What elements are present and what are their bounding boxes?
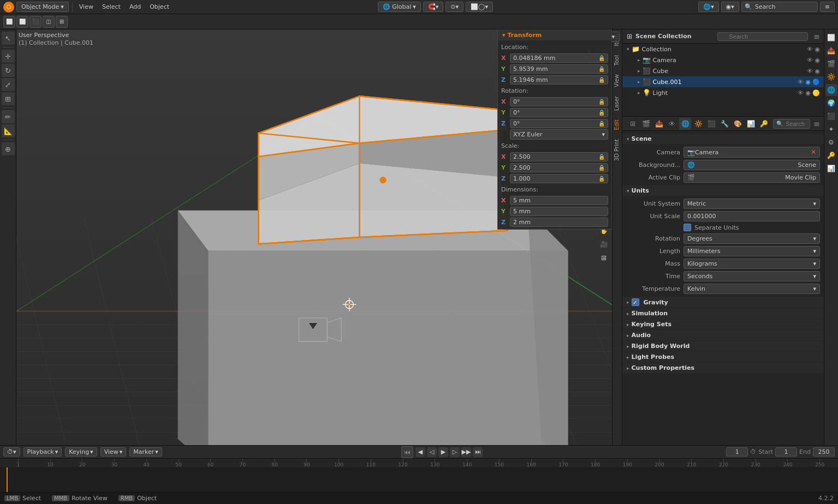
start-frame-field[interactable]: 1 (775, 447, 797, 457)
unit-scale-field[interactable]: 0.001000 (684, 211, 820, 221)
custom-props-section-header[interactable]: ▸ Custom Properties (622, 363, 824, 373)
menu-view[interactable]: View (76, 2, 97, 11)
proportional-btn[interactable]: ⊙▾ (445, 2, 463, 12)
scale-x-field[interactable]: 2.500 🔒 (510, 152, 608, 161)
loc-y-field[interactable]: 5.9539 mm 🔒 (510, 64, 608, 74)
sp-icon-world[interactable]: 🔆 (692, 118, 704, 130)
sp-icon-outliner[interactable]: ⊞ (627, 118, 639, 130)
filter-btn[interactable]: ≡ (820, 2, 835, 12)
sp-icon-scene[interactable]: 🌐 (679, 118, 691, 130)
tl-marker-btn[interactable]: Marker ▾ (129, 447, 162, 457)
tl-playback-btn[interactable]: Playback ▾ (23, 447, 62, 457)
tool-cursor[interactable]: ⊕ (2, 142, 15, 155)
sp-icon-object[interactable]: ⬛ (705, 118, 717, 130)
outliner-item-light[interactable]: ▸ 💡 Light 👁 ◉ 🟡 (622, 87, 824, 98)
restrict-icon-cube001[interactable]: ◉ (805, 79, 811, 86)
tl-end-btn[interactable]: ⏭ (473, 447, 483, 457)
fr-icon-object[interactable]: ⬛ (825, 110, 837, 122)
camera-clear-icon[interactable]: ✕ (811, 148, 816, 156)
tool-measure[interactable]: 📐 (2, 124, 15, 137)
icon-btn-2[interactable]: ⬜ (16, 16, 28, 28)
sp-icon-data[interactable]: 📊 (745, 118, 757, 130)
gravity-checkbox[interactable]: ✓ (632, 298, 639, 306)
scale-z-field[interactable]: 1.000 🔒 (510, 174, 608, 183)
outliner-filter-icon[interactable]: ≡ (813, 32, 820, 41)
tl-view-btn[interactable]: View ▾ (100, 447, 127, 457)
outliner-item-camera[interactable]: ▸ 📷 Camera 👁 ◉ (622, 55, 824, 65)
rot-y-field[interactable]: 0° 🔒 (510, 108, 608, 117)
sp-icon-render[interactable]: 🎬 (640, 118, 652, 130)
sp-icon-constraint[interactable]: 🔑 (758, 118, 770, 130)
outliner-item-cube001[interactable]: ▸ ⬛ Cube.001 👁 ◉ 🔵 (622, 76, 824, 87)
extra-icon-light[interactable]: 🟡 (812, 89, 820, 97)
fr-icon-1[interactable]: ⬜ (825, 32, 837, 44)
fr-icon-constraints[interactable]: 🔑 (825, 149, 837, 161)
eye-icon-cube001[interactable]: 👁 (798, 79, 804, 86)
separate-units-checkbox[interactable] (684, 224, 691, 231)
tl-start-btn[interactable]: ⏮ (401, 446, 413, 458)
dim-y-field[interactable]: 5 mm (510, 207, 608, 216)
outliner-search-input[interactable] (717, 32, 808, 41)
tl-prev-btn[interactable]: ◀ (415, 447, 425, 457)
audio-section-header[interactable]: ▸ Audio (622, 330, 824, 340)
temperature-dropdown[interactable]: Kelvin ▾ (684, 284, 820, 294)
length-dropdown[interactable]: Millimeters ▾ (684, 246, 820, 256)
fr-icon-world[interactable]: 🌍 (825, 97, 837, 109)
loc-z-field[interactable]: 5.1946 mm 🔒 (510, 75, 608, 85)
dim-x-field[interactable]: 5 mm (510, 196, 608, 205)
keying-section-header[interactable]: ▸ Keying Sets (622, 319, 824, 329)
snap-btn[interactable]: 🧲▾ (423, 2, 444, 12)
menu-object[interactable]: Object (146, 2, 173, 11)
rigid-body-section-header[interactable]: ▸ Rigid Body World (622, 341, 824, 351)
fr-icon-render[interactable]: 🎬 (825, 58, 837, 70)
scene-selector[interactable]: 🌐▾ (698, 2, 719, 12)
tl-next-keyframe-btn[interactable]: ▶▶ (461, 447, 471, 457)
grid-btn[interactable]: ⊞ (598, 252, 610, 264)
units-section-header[interactable]: ▾ Units (622, 185, 824, 196)
sp-icon-output[interactable]: 📤 (653, 118, 665, 130)
tl-keying-btn[interactable]: Keying ▾ (65, 447, 97, 457)
tab-view[interactable]: View (613, 70, 622, 92)
fr-icon-particles[interactable]: ✦ (825, 123, 837, 135)
sp-icon-modifier[interactable]: 🔧 (718, 118, 730, 130)
camera-field[interactable]: 📷 Camera ✕ (684, 147, 820, 158)
current-frame-field[interactable]: 1 (726, 447, 748, 457)
tl-btn-icon[interactable]: ⏱▾ (3, 447, 20, 457)
tool-transform[interactable]: ⊞ (2, 92, 15, 105)
unit-system-dropdown[interactable]: Metric ▾ (684, 199, 820, 209)
outliner-item-collection[interactable]: ▾ 📁 Collection 👁 ◉ (622, 44, 824, 55)
tab-laser[interactable]: Laser (613, 92, 622, 115)
tab-tool[interactable]: Tool (613, 51, 622, 70)
mass-dropdown[interactable]: Kilograms ▾ (684, 259, 820, 269)
icon-btn-4[interactable]: ◫ (43, 16, 55, 28)
tl-rewind-btn[interactable]: ◁ (427, 447, 437, 457)
fr-icon-data[interactable]: 📊 (825, 163, 837, 175)
timeline-body[interactable] (0, 467, 838, 492)
render-controls[interactable]: ⬜◯▾ (466, 2, 493, 12)
end-frame-field[interactable]: 250 (813, 447, 835, 457)
tool-select[interactable]: ↖ (2, 32, 15, 45)
tool-annotate[interactable]: ✏ (2, 110, 15, 123)
gravity-section-header[interactable]: ▸ ✓ Gravity (622, 297, 824, 308)
menu-select[interactable]: Select (99, 2, 124, 11)
tab-3dprint[interactable]: 3D Print (613, 135, 622, 165)
fr-icon-2[interactable]: 📤 (825, 45, 837, 57)
scale-y-field[interactable]: 2.500 🔒 (510, 163, 608, 172)
tl-play-btn[interactable]: ▶ (438, 447, 448, 457)
eye-icon-light[interactable]: 👁 (798, 89, 804, 97)
rot-x-field[interactable]: 0° 🔒 (510, 97, 608, 106)
fr-icon-physics[interactable]: ⚙ (825, 136, 837, 148)
restrict-icon-cube[interactable]: ◉ (815, 68, 820, 75)
eye-icon-cube[interactable]: 👁 (807, 68, 813, 75)
viewport[interactable]: User Perspective (1) Collection | Cube.0… (16, 29, 622, 445)
eye-icon-collection[interactable]: 👁 (807, 46, 813, 53)
bg-field[interactable]: 🌐 Scene (684, 160, 820, 170)
tl-next-frame-btn[interactable]: ▷ (450, 447, 460, 457)
fr-icon-output[interactable]: 🔆 (825, 71, 837, 83)
sp-icon-shader[interactable]: 🎨 (732, 118, 744, 130)
restrict-icon-camera[interactable]: ◉ (815, 57, 820, 64)
tool-rotate[interactable]: ↻ (2, 64, 15, 77)
restrict-icon-collection[interactable]: ◉ (815, 46, 820, 53)
transform-orientation[interactable]: 🌐 Global ▾ (378, 2, 421, 12)
outliner-item-cube[interactable]: ▸ ⬛ Cube 👁 ◉ (622, 65, 824, 76)
